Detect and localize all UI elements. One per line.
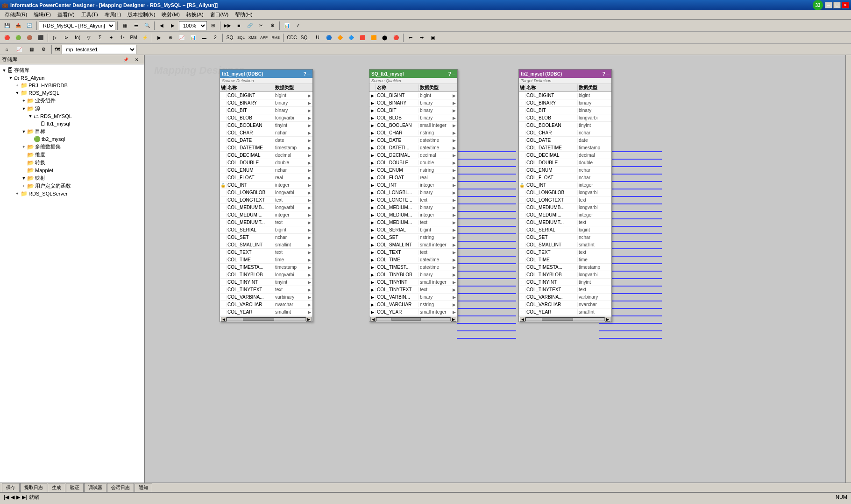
- tb2-11[interactable]: 1²: [117, 33, 128, 43]
- target-row-3[interactable]: : COL_BLOB longvarbi: [519, 114, 611, 122]
- tree-prj[interactable]: + 📁 PRJ_HYBIRDDB: [15, 82, 142, 89]
- target-row-6[interactable]: : COL_DATE date: [519, 137, 611, 144]
- tb2-arr2[interactable]: ➡: [417, 33, 427, 43]
- tb-chart[interactable]: 📊: [282, 21, 292, 31]
- qual-row-24[interactable]: ▶ COL_TINYBLOB binary ▶: [369, 271, 457, 279]
- qual-row-18[interactable]: ▶ COL_SERIAL bigint ▶: [369, 226, 457, 234]
- qual-row-16[interactable]: ▶ COL_MEDIUM... integer ▶: [369, 211, 457, 219]
- qual-row-11[interactable]: ▶ COL_FLOAT real ▶: [369, 174, 457, 182]
- tree-mapplet[interactable]: 📂 Mapplet: [21, 167, 142, 174]
- menu-transform[interactable]: 转换(A): [184, 10, 206, 19]
- source-row-29[interactable]: : COL_YEAR smallint ▶: [220, 308, 312, 316]
- source-scroll-right[interactable]: ▶: [306, 317, 312, 322]
- qual-row-10[interactable]: ▶ COL_ENUM nstring ▶: [369, 167, 457, 174]
- tab-validate[interactable]: 验证: [66, 483, 84, 492]
- qualifier-table[interactable]: SQ_tb1_mysql ? ─ Source Qualifier 名称 数据类…: [369, 69, 458, 322]
- tb2-16[interactable]: 📈: [177, 33, 187, 43]
- tb2-5[interactable]: ▷: [50, 33, 60, 43]
- qual-row-13[interactable]: ▶ COL_LONGBL... binary ▶: [369, 189, 457, 196]
- tb3-grid[interactable]: ▦: [26, 44, 36, 55]
- target-row-14[interactable]: : COL_LONGTEXT text: [519, 196, 611, 204]
- target-scroll-left[interactable]: ◀: [520, 317, 525, 322]
- target-min[interactable]: ─: [606, 71, 610, 77]
- qual-row-3[interactable]: ▶ COL_BLOB binary ▶: [369, 114, 457, 122]
- restore-btn[interactable]: □: [833, 2, 841, 8]
- minimize-btn[interactable]: ─: [825, 2, 832, 8]
- source-row-2[interactable]: : COL_BIT binary ▶: [220, 107, 312, 114]
- target-row-18[interactable]: : COL_SERIAL bigint: [519, 226, 611, 234]
- menu-view[interactable]: 查看(V): [55, 10, 78, 19]
- tb2-sq[interactable]: SQ: [225, 33, 235, 43]
- source-row-1[interactable]: : COL_BINARY binary ▶: [220, 99, 312, 107]
- qual-row-23[interactable]: ▶ COL_TIMEST... date/time ▶: [369, 264, 457, 271]
- source-row-17[interactable]: : COL_MEDIUMT... text ▶: [220, 219, 312, 226]
- source-row-12[interactable]: 🔒 COL_INT integer ▶: [220, 182, 312, 189]
- qual-row-7[interactable]: ▶ COL_DATETI... date/time ▶: [369, 144, 457, 152]
- canvas-area[interactable]: Mapping Designer: [145, 55, 851, 483]
- source-row-18[interactable]: : COL_SERIAL bigint ▶: [220, 226, 312, 234]
- source-row-9[interactable]: : COL_DOUBLE double ▶: [220, 159, 312, 167]
- canvas-right-scroll[interactable]: [845, 55, 851, 483]
- tb2-rms[interactable]: RMS: [270, 33, 281, 43]
- tree-rs-aliyun[interactable]: ▼ 🗂 RS_Aliyun: [8, 74, 142, 82]
- target-row-26[interactable]: : COL_TINYTEXT text: [519, 286, 611, 294]
- target-help[interactable]: ?: [603, 71, 605, 77]
- source-titlebar[interactable]: tb1_mysql (ODBC) ? ─: [220, 70, 312, 78]
- workspace-select[interactable]: mp_testcase1: [62, 45, 136, 54]
- qual-row-22[interactable]: ▶ COL_TIME date/time ▶: [369, 256, 457, 264]
- qual-row-15[interactable]: ▶ COL_MEDIUM... binary ▶: [369, 204, 457, 211]
- source-row-5[interactable]: : COL_CHAR nchar ▶: [220, 129, 312, 137]
- tb-save[interactable]: 💾: [2, 21, 12, 31]
- tb2-15[interactable]: ⊕: [165, 33, 176, 43]
- source-min[interactable]: ─: [307, 71, 311, 77]
- tree-rds-sqlserver[interactable]: + 📁 RDS_SQLServer: [15, 190, 142, 197]
- menu-help[interactable]: 帮助(H): [232, 10, 255, 19]
- target-row-15[interactable]: : COL_MEDIUMB... longvarbi: [519, 204, 611, 211]
- expand-prj[interactable]: +: [15, 83, 20, 88]
- tree-business[interactable]: + 📂 业务组件: [21, 97, 142, 105]
- target-scrollbar[interactable]: ◀ ▶: [519, 316, 611, 322]
- source-row-16[interactable]: : COL_MEDUMI... integer ▶: [220, 211, 312, 219]
- tree-mapping[interactable]: ▼ 📂 映射: [21, 174, 142, 182]
- tb-next[interactable]: ▶: [168, 21, 178, 31]
- target-row-27[interactable]: : COL_VARBINA... varbinary: [519, 294, 611, 301]
- source-row-25[interactable]: : COL_TINYINT tinyint ▶: [220, 279, 312, 286]
- tb-prev[interactable]: ◀: [156, 21, 167, 31]
- tb2-10[interactable]: ✦: [106, 33, 116, 43]
- tb2-last[interactable]: ▣: [428, 33, 438, 43]
- qual-row-2[interactable]: ▶ COL_BIT binary ▶: [369, 107, 457, 114]
- qual-row-9[interactable]: ▶ COL_DOUBLE double ▶: [369, 159, 457, 167]
- tb-expand[interactable]: ⊞: [208, 21, 218, 31]
- source-scroll-thumb[interactable]: [243, 318, 274, 321]
- target-scroll-thumb[interactable]: [542, 318, 573, 321]
- target-row-17[interactable]: : COL_MEDIUMT... text: [519, 219, 611, 226]
- target-row-12[interactable]: 🔒 COL_INT integer: [519, 182, 611, 189]
- target-row-5[interactable]: : COL_CHAR nchar: [519, 129, 611, 137]
- tb2-7[interactable]: fo(: [72, 33, 83, 43]
- qualifier-min[interactable]: ─: [452, 71, 455, 77]
- tb2-6[interactable]: ⊳: [61, 33, 71, 43]
- tb-connect[interactable]: 🔗: [245, 21, 255, 31]
- tree-target[interactable]: ▼ 📂 目标: [21, 127, 142, 135]
- tb3-home[interactable]: ⌂: [2, 44, 12, 55]
- tb-grid[interactable]: ▦: [120, 21, 130, 31]
- tree-rds-mysql-sub[interactable]: ▼ 🗃 RDS_MYSQL: [28, 112, 142, 120]
- source-row-14[interactable]: : COL_LONGTEXT text ▶: [220, 196, 312, 204]
- tb2-more5[interactable]: 🟧: [369, 33, 379, 43]
- tb2-sql2[interactable]: SQL: [299, 33, 312, 43]
- tb2-8[interactable]: ▽: [84, 33, 94, 43]
- qual-row-0[interactable]: ▶ COL_BIGINT bigint ▶: [369, 92, 457, 99]
- target-row-9[interactable]: : COL_DOUBLE double: [519, 159, 611, 167]
- tb2-more4[interactable]: 🟥: [357, 33, 368, 43]
- menu-version[interactable]: 版本控制(N): [125, 10, 158, 19]
- source-row-19[interactable]: : COL_SET nchar ▶: [220, 234, 312, 241]
- target-scroll-track[interactable]: [525, 317, 605, 321]
- target-row-28[interactable]: : COL_VARCHAR nvarchar: [519, 301, 611, 308]
- source-row-13[interactable]: : COL_LONGBLOB longvarbi ▶: [220, 189, 312, 196]
- source-table[interactable]: tb1_mysql (ODBC) ? ─ Source Definition 键…: [220, 69, 313, 322]
- tree-tb1-mysql[interactable]: 🗒 tb1_mysql: [35, 120, 142, 127]
- qual-row-27[interactable]: ▶ COL_VARBIN... binary ▶: [369, 294, 457, 301]
- expand-root[interactable]: ▼: [2, 68, 7, 73]
- target-row-4[interactable]: : COL_BOOLEAN tinyint: [519, 122, 611, 129]
- status-nav-last[interactable]: ▶|: [22, 494, 27, 500]
